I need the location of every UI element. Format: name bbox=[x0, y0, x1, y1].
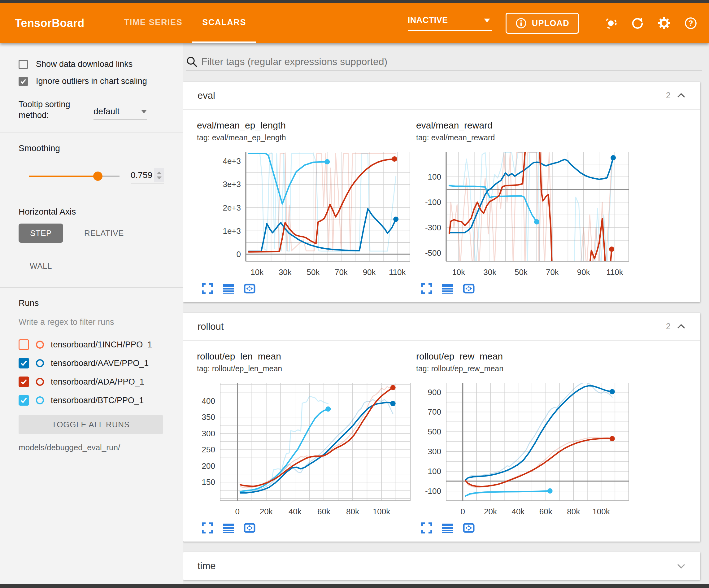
run-checkbox[interactable] bbox=[19, 377, 29, 387]
models-path-label: models/debugged_eval_run/ bbox=[19, 443, 179, 452]
chart-plot[interactable]: 020k40k60k80k100k150200250300350400 bbox=[197, 381, 416, 519]
run-checkbox[interactable] bbox=[19, 395, 29, 406]
run-label: tensorboard/1INCH/PPO_1 bbox=[51, 340, 152, 350]
settings-icon[interactable] bbox=[657, 16, 671, 30]
log-scale-icon[interactable] bbox=[222, 522, 235, 534]
chart-title: rollout/ep_rew_mean bbox=[416, 351, 635, 362]
runs-label: Runs bbox=[19, 298, 179, 308]
section-header-rollout[interactable]: rollout 2 bbox=[183, 313, 700, 340]
svg-text:-100: -100 bbox=[425, 198, 441, 207]
svg-text:-100: -100 bbox=[425, 486, 441, 496]
fit-domain-icon[interactable] bbox=[243, 522, 256, 534]
svg-text:30k: 30k bbox=[279, 267, 292, 277]
ignore-outliers-row[interactable]: Ignore outliers in chart scaling bbox=[19, 76, 179, 86]
stepper-down-icon[interactable] bbox=[157, 177, 162, 179]
window-bottom-edge bbox=[0, 584, 709, 588]
haxis-step-button[interactable]: STEP bbox=[19, 224, 63, 243]
svg-text:?: ? bbox=[688, 19, 693, 28]
run-row-1inch[interactable]: tensorboard/1INCH/PPO_1 bbox=[19, 339, 179, 350]
run-label: tensorboard/AAVE/PPO_1 bbox=[51, 359, 149, 368]
run-checkbox[interactable] bbox=[19, 358, 29, 368]
horizontal-axis-label: Horizontal Axis bbox=[19, 207, 179, 217]
status-dropdown[interactable]: INACTIVE bbox=[408, 16, 492, 31]
ignore-outliers-checkbox[interactable] bbox=[19, 77, 28, 86]
expand-icon[interactable] bbox=[201, 282, 214, 295]
chart-plot[interactable]: 10k30k50k70k90k110k01e+32e+33e+34e+3 bbox=[197, 150, 416, 280]
section-header-eval[interactable]: eval 2 bbox=[183, 82, 700, 110]
run-checkbox[interactable] bbox=[19, 339, 29, 350]
svg-text:100k: 100k bbox=[373, 507, 390, 516]
chevron-down-icon bbox=[484, 19, 490, 22]
check-icon bbox=[20, 378, 28, 385]
svg-text:80k: 80k bbox=[346, 507, 360, 516]
section-count-badge: 2 bbox=[666, 91, 671, 100]
svg-text:-500: -500 bbox=[425, 248, 441, 258]
chevron-down-icon[interactable] bbox=[676, 562, 686, 570]
run-label: tensorboard/BTC/PPO_1 bbox=[51, 396, 144, 405]
svg-text:40k: 40k bbox=[511, 507, 525, 516]
refresh-icon[interactable] bbox=[630, 16, 645, 30]
show-download-links-checkbox[interactable] bbox=[19, 60, 28, 69]
chart-tag: tag: rollout/ep_rew_mean bbox=[416, 364, 635, 373]
svg-text:900: 900 bbox=[428, 388, 441, 397]
toggle-all-runs-button[interactable]: TOGGLE ALL RUNS bbox=[19, 415, 163, 434]
chart-toolbar bbox=[416, 522, 635, 534]
chevron-down-icon bbox=[141, 110, 147, 113]
scalar-chart-eval-mean-ep-length[interactable]: eval/mean_ep_length tag: eval/mean_ep_le… bbox=[197, 120, 416, 295]
smoothing-slider[interactable] bbox=[29, 172, 120, 181]
section-header-time[interactable]: time bbox=[183, 552, 700, 580]
fit-domain-icon[interactable] bbox=[463, 522, 475, 534]
brightness-icon[interactable] bbox=[604, 16, 618, 30]
run-row-aave[interactable]: tensorboard/AAVE/PPO_1 bbox=[19, 358, 179, 368]
scalar-chart-rollout-ep-len-mean[interactable]: rollout/ep_len_mean tag: rollout/ep_len_… bbox=[197, 351, 416, 534]
svg-text:40k: 40k bbox=[289, 507, 302, 516]
expand-icon[interactable] bbox=[420, 522, 433, 534]
svg-text:250: 250 bbox=[202, 445, 215, 454]
tooltip-sorting-dropdown[interactable]: default bbox=[94, 106, 147, 120]
help-icon[interactable]: ? bbox=[684, 16, 698, 30]
section-count-badge: 2 bbox=[666, 322, 671, 331]
chart-tag: tag: rollout/ep_len_mean bbox=[197, 364, 416, 373]
log-scale-icon[interactable] bbox=[222, 282, 235, 295]
svg-text:300: 300 bbox=[202, 429, 215, 438]
smoothing-value-input[interactable]: 0.759 bbox=[131, 168, 164, 184]
ignore-outliers-label: Ignore outliers in chart scaling bbox=[36, 76, 147, 86]
chart-title: eval/mean_reward bbox=[416, 120, 635, 131]
divider bbox=[0, 196, 183, 196]
log-scale-icon[interactable] bbox=[442, 522, 454, 534]
chart-plot[interactable]: 10k30k50k70k90k110k100-100-300-500 bbox=[416, 150, 635, 280]
filter-tags-input[interactable]: Filter tags (regular expressions support… bbox=[186, 56, 702, 71]
expand-icon[interactable] bbox=[201, 522, 214, 534]
section-card-time: time bbox=[183, 552, 700, 580]
svg-text:50k: 50k bbox=[515, 267, 528, 277]
tab-time-series[interactable]: TIME SERIES bbox=[114, 3, 192, 43]
run-row-btc[interactable]: tensorboard/BTC/PPO_1 bbox=[19, 395, 179, 406]
haxis-relative-button[interactable]: RELATIVE bbox=[73, 224, 135, 243]
scalar-chart-eval-mean-reward[interactable]: eval/mean_reward tag: eval/mean_reward 1… bbox=[416, 120, 635, 295]
log-scale-icon[interactable] bbox=[442, 282, 454, 295]
stepper-up-icon[interactable] bbox=[157, 172, 162, 174]
run-row-ada[interactable]: tensorboard/ADA/PPO_1 bbox=[19, 377, 179, 387]
fit-domain-icon[interactable] bbox=[463, 282, 475, 295]
slider-thumb[interactable] bbox=[93, 172, 103, 181]
svg-text:0: 0 bbox=[235, 507, 240, 516]
show-download-links-row[interactable]: Show data download links bbox=[19, 59, 179, 69]
expand-icon[interactable] bbox=[420, 282, 433, 295]
svg-text:30k: 30k bbox=[483, 267, 497, 277]
runs-filter-input[interactable]: Write a regex to filter runs bbox=[19, 317, 164, 331]
run-label: tensorboard/ADA/PPO_1 bbox=[51, 377, 144, 387]
chart-plot[interactable]: 020k40k60k80k100k-100100300500700900 bbox=[416, 381, 635, 519]
upload-button[interactable]: UPLOAD bbox=[506, 13, 579, 34]
tab-scalars[interactable]: SCALARS bbox=[192, 3, 256, 43]
chevron-up-icon[interactable] bbox=[676, 323, 686, 331]
section-title: rollout bbox=[198, 321, 224, 332]
scalar-chart-rollout-ep-rew-mean[interactable]: rollout/ep_rew_mean tag: rollout/ep_rew_… bbox=[416, 351, 635, 534]
fit-domain-icon[interactable] bbox=[243, 282, 256, 295]
run-color-circle bbox=[36, 359, 44, 367]
smoothing-stepper[interactable] bbox=[154, 168, 164, 182]
chevron-up-icon[interactable] bbox=[676, 92, 686, 100]
run-color-circle bbox=[36, 340, 44, 349]
chart-tag: tag: eval/mean_ep_length bbox=[197, 133, 416, 142]
svg-text:1e+3: 1e+3 bbox=[222, 226, 241, 236]
haxis-wall-button[interactable]: WALL bbox=[19, 256, 63, 276]
